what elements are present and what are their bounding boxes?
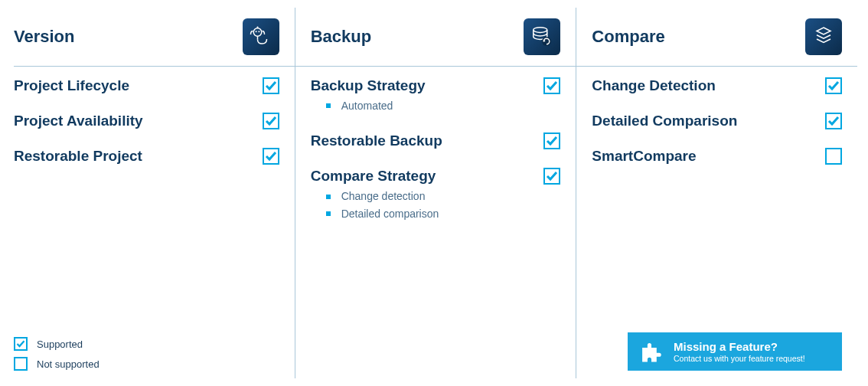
svg-point-0 (253, 28, 262, 37)
checkbox-checked-icon (825, 113, 842, 129)
cta-title: Missing a Feature? (674, 340, 805, 354)
feature-label: Project Lifecycle (14, 77, 129, 94)
checkbox-checked-icon (543, 132, 560, 149)
column-title: Compare (592, 27, 664, 47)
feature-label: Compare Strategy (311, 168, 436, 185)
feature-table: Version Project Lifecycle (14, 8, 857, 378)
feature-sublist: Automated (311, 97, 561, 114)
cta-subtitle: Contact us with your feature request! (674, 354, 805, 364)
column-backup: Backup Backup Strategy Auto (295, 8, 576, 378)
backup-icon (524, 18, 560, 55)
svg-point-3 (256, 27, 258, 28)
version-icon (243, 18, 279, 55)
bullet-icon (326, 103, 331, 108)
checkbox-checked-icon (543, 168, 560, 185)
checkbox-checked-icon (263, 148, 279, 165)
checkbox-checked-icon (263, 77, 279, 94)
column-title: Backup (311, 27, 371, 47)
checkbox-checked-icon (543, 77, 560, 94)
feature-row: Change Detection (592, 77, 842, 94)
bullet-icon (326, 195, 331, 199)
feature-row: Restorable Backup (311, 132, 561, 149)
feature-row: Restorable Project (14, 148, 279, 165)
bullet-icon (326, 211, 331, 216)
cta-text: Missing a Feature? Contact us with your … (674, 340, 805, 364)
checkbox-checked-icon (263, 113, 279, 129)
feature-subitem: Automated (326, 97, 561, 114)
svg-point-1 (255, 31, 256, 32)
feature-row: Backup Strategy Automated (311, 77, 561, 114)
feature-label: SmartCompare (592, 148, 696, 165)
feature-row: Project Availability (14, 113, 279, 129)
column-body: Project Lifecycle Project Availability R… (14, 67, 295, 378)
column-compare: Compare Change Detection Detailed Compar… (576, 8, 857, 378)
feature-label: Detailed Comparison (592, 113, 737, 129)
feature-label: Restorable Project (14, 148, 142, 165)
column-body: Change Detection Detailed Comparison Sma… (576, 67, 857, 378)
column-version: Version Project Lifecycle (14, 8, 295, 378)
checkbox-checked-icon (14, 337, 28, 351)
checkbox-checked-icon (825, 77, 842, 94)
checkbox-unchecked-icon (14, 357, 28, 371)
column-header: Version (14, 8, 295, 67)
feature-subitem: Change detection (326, 188, 561, 204)
feature-label: Backup Strategy (311, 77, 426, 94)
feature-label: Project Availability (14, 113, 143, 129)
legend-not-supported: Not supported (14, 357, 279, 371)
compare-icon (805, 18, 842, 55)
feature-row: Project Lifecycle (14, 77, 279, 94)
column-header: Backup (295, 8, 576, 67)
feature-subitem: Detailed comparison (326, 205, 561, 222)
feature-label: Restorable Backup (311, 132, 442, 149)
legend-label: Supported (37, 339, 83, 350)
feature-row: Detailed Comparison (592, 113, 842, 129)
feature-label: Change Detection (592, 77, 716, 94)
puzzle-icon (638, 339, 664, 365)
missing-feature-cta[interactable]: Missing a Feature? Contact us with your … (628, 332, 842, 371)
legend-supported: Supported (14, 337, 279, 351)
svg-point-4 (534, 28, 547, 33)
checkbox-unchecked-icon (825, 148, 842, 165)
feature-row: Compare Strategy Change detection Detail… (311, 168, 561, 222)
legend: Supported Not supported (14, 337, 279, 378)
column-body: Backup Strategy Automated Restorable Bac… (295, 67, 576, 378)
feature-row: SmartCompare (592, 148, 842, 165)
legend-label: Not supported (37, 358, 100, 370)
svg-point-2 (258, 31, 259, 32)
feature-sublist: Change detection Detailed comparison (311, 188, 561, 222)
column-title: Version (14, 27, 74, 47)
column-header: Compare (576, 8, 857, 67)
